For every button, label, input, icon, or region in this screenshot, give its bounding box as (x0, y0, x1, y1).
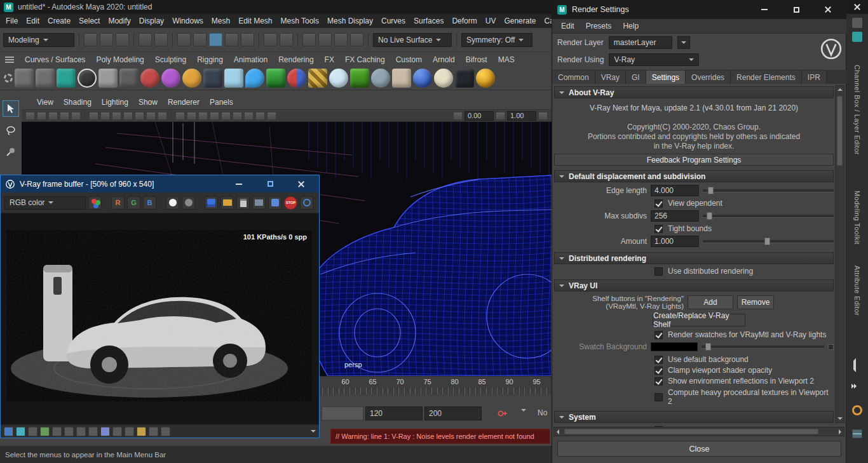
add-button[interactable]: Add (688, 295, 733, 309)
clamp-opacity-checkbox[interactable] (654, 366, 663, 375)
shelf-tab-sculpting[interactable]: Sculpting (155, 55, 186, 64)
field-chart-icon[interactable] (135, 112, 144, 120)
h-scroll-thumb[interactable] (564, 429, 818, 434)
load-image-icon[interactable] (220, 196, 234, 210)
bookmarks-icon[interactable] (60, 112, 69, 120)
shelf-icon[interactable] (15, 69, 34, 88)
shelf-tab-curves-surfaces[interactable]: Curves / Surfaces (25, 55, 85, 64)
max-subdivs-field[interactable]: 256 (651, 210, 699, 222)
shelf-icon[interactable] (57, 69, 76, 88)
menu-select[interactable]: Select (79, 17, 100, 25)
srgb-icon[interactable] (161, 427, 170, 436)
shelf-icon[interactable] (329, 69, 348, 88)
tab-vray[interactable]: VRay (595, 70, 626, 84)
select-camera-icon[interactable] (25, 112, 35, 120)
render-settings-titlebar[interactable]: M Render Settings (552, 0, 846, 19)
scroll-left-icon[interactable] (557, 429, 559, 434)
menu-mesh-display[interactable]: Mesh Display (327, 17, 373, 25)
swatch-picker-icon[interactable] (828, 344, 834, 350)
section-distributed-rendering[interactable]: Distributed rendering (554, 252, 834, 264)
curves-icon[interactable] (112, 427, 122, 436)
color-channels-icon[interactable] (88, 196, 102, 210)
open-render-view-icon[interactable] (302, 33, 316, 46)
hue-saturation-icon[interactable] (76, 427, 86, 436)
pencil-icon[interactable] (853, 361, 856, 370)
menu-presets[interactable]: Presets (586, 22, 612, 30)
shelf-tab-animation[interactable]: Animation (234, 55, 268, 64)
script-warning[interactable]: // Warning: line 1: V-Ray : Noise levels… (330, 429, 550, 444)
shelf-icon[interactable] (245, 69, 264, 88)
shelf-tab-custom[interactable]: Custom (396, 55, 422, 64)
safe-title-icon[interactable] (158, 112, 167, 120)
swatch-background-slider[interactable] (702, 342, 824, 351)
snap-point-icon[interactable] (209, 33, 222, 46)
tab-settings[interactable]: Settings (646, 70, 686, 84)
scroll-right-icon[interactable] (839, 429, 841, 434)
panel-menu-view[interactable]: View (37, 98, 53, 107)
shelf-tab-poly-modeling[interactable]: Poly Modeling (96, 55, 144, 64)
safe-action-icon[interactable] (146, 112, 156, 120)
shelf-icon[interactable] (371, 69, 390, 88)
shelf-icon[interactable] (287, 69, 306, 88)
menu-uv[interactable]: UV (485, 17, 496, 25)
render-current-frame-icon[interactable] (318, 33, 332, 46)
screen-space-ao-icon[interactable] (233, 112, 242, 120)
playback-range-bar[interactable] (322, 406, 363, 420)
rendered-image[interactable]: 101 KPaths/s 0 spp (6, 230, 312, 401)
panel-menu-lighting[interactable]: Lighting (102, 98, 128, 107)
close-button[interactable] (288, 175, 315, 192)
tab-render-elements[interactable]: Render Elements (731, 70, 802, 84)
menu-create[interactable]: Create (48, 17, 71, 25)
menu-file[interactable]: File (6, 17, 18, 25)
panel-layout-icon[interactable] (852, 18, 862, 28)
playback-start-field[interactable]: 120 (365, 406, 423, 420)
background-image-icon[interactable] (28, 427, 37, 436)
redo-icon[interactable] (154, 33, 168, 46)
tab-modeling-toolkit[interactable]: Modeling Toolkit (853, 191, 861, 254)
close-render-settings-button[interactable]: Close (557, 441, 841, 457)
shelf-tab-fx-caching[interactable]: FX Caching (345, 55, 385, 64)
vertical-scrollbar[interactable] (835, 85, 844, 423)
snap-projected-center-icon[interactable] (225, 33, 238, 46)
minimize-button[interactable] (226, 175, 252, 192)
new-scene-icon[interactable] (84, 33, 97, 46)
menuset-selector[interactable]: Modeling (3, 33, 74, 47)
render-settings-icon[interactable] (350, 33, 363, 46)
clear-image-icon[interactable] (252, 196, 266, 210)
set-key-icon[interactable] (497, 408, 508, 421)
maximize-button[interactable] (257, 175, 283, 192)
menu-generate[interactable]: Generate (504, 17, 536, 25)
shelf-icon[interactable] (350, 69, 369, 88)
shelf-gear-icon[interactable] (4, 74, 13, 83)
channel-box-toggle-icon[interactable] (852, 32, 862, 42)
shelf-icon[interactable] (434, 69, 453, 88)
shelf-tab-arnold[interactable]: Arnold (433, 55, 455, 64)
vfb-titlebar[interactable]: V-Ray frame buffer - [50% of 960 x 540] (1, 175, 319, 192)
red-channel-button[interactable]: R (111, 196, 125, 210)
view-dependent-checkbox[interactable] (654, 199, 663, 208)
show-env-reflections-checkbox[interactable] (654, 377, 663, 386)
grid-table-icon[interactable] (852, 429, 862, 438)
snap-view-plane-icon[interactable] (241, 33, 254, 46)
symmetry-selector[interactable]: Symmetry: Off (461, 33, 532, 47)
make-live-icon[interactable] (264, 33, 277, 46)
scroll-up-icon[interactable] (837, 88, 843, 91)
max-subdivs-slider[interactable] (703, 211, 834, 220)
channel-selector[interactable]: RGB color (4, 196, 86, 210)
film-gate-icon[interactable] (100, 112, 110, 120)
stop-render-button[interactable]: STOP (284, 196, 297, 210)
grid-icon[interactable] (89, 112, 98, 120)
shelf-icon[interactable] (161, 69, 180, 88)
render-using-selector[interactable]: V-Ray (609, 53, 699, 66)
compare-horizontal-icon[interactable] (4, 427, 13, 436)
playback-end-field[interactable]: 200 (424, 406, 482, 420)
monochrome-icon[interactable] (166, 196, 179, 210)
ipr-render-icon[interactable] (334, 33, 348, 46)
section-about-vray[interactable]: About V-Ray (554, 86, 834, 98)
exposure-field[interactable]: 0.00 (465, 111, 494, 121)
shelf-tab-bifrost[interactable]: Bifrost (466, 55, 487, 64)
snap-curve-icon[interactable] (193, 33, 207, 46)
amount-field[interactable]: 1.000 (651, 236, 699, 247)
compare-vertical-icon[interactable] (16, 427, 25, 436)
select-tool[interactable] (3, 100, 19, 117)
